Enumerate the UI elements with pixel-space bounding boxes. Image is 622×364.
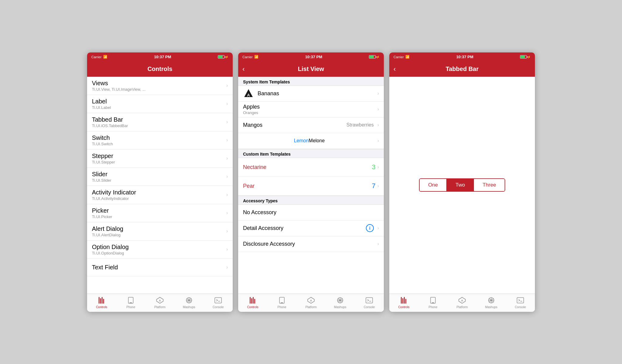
tab-controls-2[interactable]: Controls: [238, 297, 267, 309]
chevron-mangos: ›: [377, 122, 379, 128]
chevron-alertdialog: ›: [226, 228, 228, 234]
carrier-label-2: Carrier: [242, 55, 253, 59]
list-row-mangos[interactable]: Mangos Strawberries ›: [238, 117, 384, 133]
battery-fill-3: [521, 56, 525, 58]
control-row-text-label: Label Ti.UI.Label: [92, 98, 225, 110]
chevron-switch: ›: [226, 137, 228, 143]
list-row-lemon[interactable]: Lemon Melone ›: [238, 133, 384, 149]
tab-label-console-1: Console: [213, 305, 224, 309]
tab-platform-3[interactable]: A Platform: [448, 297, 477, 309]
control-row-textfield[interactable]: Text Field ›: [87, 259, 233, 276]
seg-btn-three[interactable]: Three: [474, 179, 504, 191]
list-row-disclosure-accessory[interactable]: Disclosure Accessory ›: [238, 236, 384, 252]
control-row-tabbedbar[interactable]: Tabbed Bar Ti.UI.iOS.TabbedBar ›: [87, 113, 233, 131]
battery-body-3: [520, 55, 527, 59]
chevron-nectarine: ›: [377, 164, 379, 170]
list-row-apples[interactable]: Apples Oranges ›: [238, 102, 384, 117]
chevron-tabbedbar: ›: [226, 119, 228, 125]
list-container-2[interactable]: System Item Templates A Bananas ›: [238, 77, 384, 294]
list-row-content-no-accessory: No Accessory: [243, 209, 379, 216]
tab-console-1[interactable]: Console: [204, 297, 233, 309]
carrier-label-1: Carrier: [91, 55, 102, 59]
control-row-views[interactable]: Views Ti.UI.View, Ti.UI.ImageView, ... ›: [87, 77, 233, 95]
control-row-text-slider: Slider Ti.UI.Slider: [92, 171, 225, 183]
svg-rect-30: [366, 298, 373, 303]
tab-controls-3[interactable]: Controls: [389, 297, 418, 309]
tab-label-console-3: Console: [515, 305, 526, 309]
segmented-control[interactable]: One Two Three: [419, 178, 505, 192]
section-header-accessory: Accessory Types: [238, 196, 384, 205]
list-row-bananas[interactable]: A Bananas ›: [238, 86, 384, 102]
tab-controls-1[interactable]: Controls: [87, 297, 116, 309]
svg-rect-34: [404, 297, 405, 304]
battery-fill-1: [218, 56, 223, 58]
tab-platform-2[interactable]: A Platform: [296, 297, 326, 309]
nav-bar-3: ‹ Tabbed Bar: [389, 62, 535, 77]
svg-text:A: A: [310, 299, 312, 302]
svg-rect-20: [254, 299, 255, 304]
list-row-title-pear: Pear: [243, 183, 372, 189]
bolt-3: ⚡: [527, 56, 531, 59]
list-row-pear[interactable]: Pear 7 ›: [238, 177, 384, 196]
status-bar-1: Carrier 📶 10:37 PM ⚡: [87, 52, 233, 62]
control-row-picker[interactable]: Picker Ti.UI.Picker ›: [87, 204, 233, 222]
control-row-switch[interactable]: Switch Ti.UI.Switch ›: [87, 131, 233, 150]
status-right-3: ⚡: [520, 55, 531, 59]
control-row-text-optiondialog: Option Dialog Ti.UI.OptionDialog: [92, 244, 225, 255]
info-button-detail[interactable]: i: [366, 224, 374, 232]
bolt-2: ⚡: [376, 56, 380, 59]
tab-console-2[interactable]: Console: [355, 297, 384, 309]
list-row-content-pear: Pear: [243, 183, 372, 189]
badge-pear: 7: [372, 182, 375, 190]
list-row-no-accessory[interactable]: No Accessory: [238, 205, 384, 221]
chevron-activity: ›: [226, 192, 228, 197]
tab-platform-1[interactable]: A Platform: [145, 297, 174, 309]
list-row-title-disclosure-accessory: Disclosure Accessory: [243, 241, 376, 247]
tab-console-3[interactable]: Console: [506, 297, 535, 309]
chevron-picker: ›: [226, 210, 228, 216]
control-row-stepper[interactable]: Stepper Ti.UI.Stepper ›: [87, 150, 233, 168]
control-title-switch: Switch: [92, 134, 225, 141]
tab-mashups-1[interactable]: Mashups: [174, 297, 204, 309]
list-row-subtitle-apples: Oranges: [243, 110, 376, 115]
control-row-label[interactable]: Label Ti.UI.Label ›: [87, 95, 233, 113]
back-button-2[interactable]: ‹: [242, 65, 245, 73]
tab-phone-1[interactable]: Phone: [116, 297, 145, 309]
control-subtitle-activity: Ti.UI.ActivityIndicator: [92, 196, 225, 201]
section-header-custom: Custom Item Templates: [238, 149, 384, 158]
tab-label-platform-2: Platform: [305, 305, 316, 309]
tab-phone-2[interactable]: Phone: [267, 297, 296, 309]
back-button-3[interactable]: ‹: [394, 65, 396, 73]
controls-screen: Carrier 📶 10:37 PM ⚡ Controls: [87, 52, 233, 312]
control-row-optiondialog[interactable]: Option Dialog Ti.UI.OptionDialog ›: [87, 241, 233, 259]
mashups-tab-icon-3: [488, 297, 495, 305]
controls-list[interactable]: Views Ti.UI.View, Ti.UI.ImageView, ... ›…: [87, 77, 233, 294]
svg-rect-13: [215, 298, 221, 303]
list-row-content-bananas: Bananas: [258, 90, 376, 97]
seg-btn-two[interactable]: Two: [447, 179, 474, 191]
control-title-textfield: Text Field: [92, 264, 225, 271]
svg-rect-45: [517, 298, 524, 303]
list-row-title-mangos: Mangos: [243, 122, 346, 128]
nav-title-1: Controls: [147, 66, 172, 72]
control-subtitle-alertdialog: Ti.UI.AlertDialog: [92, 233, 225, 237]
control-subtitle-switch: Ti.UI.Switch: [92, 142, 225, 146]
tab-mashups-3[interactable]: Mashups: [477, 297, 506, 309]
seg-btn-one[interactable]: One: [420, 179, 447, 191]
tab-mashups-2[interactable]: Mashups: [326, 297, 355, 309]
control-subtitle-slider: Ti.UI.Slider: [92, 178, 225, 183]
svg-rect-18: [251, 298, 252, 304]
control-row-alertdialog[interactable]: Alert Dialog Ti.UI.AlertDialog ›: [87, 222, 233, 241]
svg-rect-1: [100, 298, 101, 304]
svg-rect-22: [281, 302, 283, 303]
tab-phone-3[interactable]: Phone: [418, 297, 448, 309]
list-row-detail-accessory[interactable]: Detail Accessory i ›: [238, 221, 384, 236]
tab-label-mashups-3: Mashups: [485, 305, 498, 309]
control-row-activity[interactable]: Activity Indicator Ti.UI.ActivityIndicat…: [87, 186, 233, 204]
list-row-nectarine[interactable]: Nectarine 3 ›: [238, 158, 384, 177]
list-row-content-mangos: Mangos: [243, 122, 346, 128]
control-row-slider[interactable]: Slider Ti.UI.Slider ›: [87, 168, 233, 186]
control-row-text-stepper: Stepper Ti.UI.Stepper: [92, 153, 225, 164]
control-title-activity: Activity Indicator: [92, 189, 225, 196]
svg-rect-3: [103, 299, 104, 304]
